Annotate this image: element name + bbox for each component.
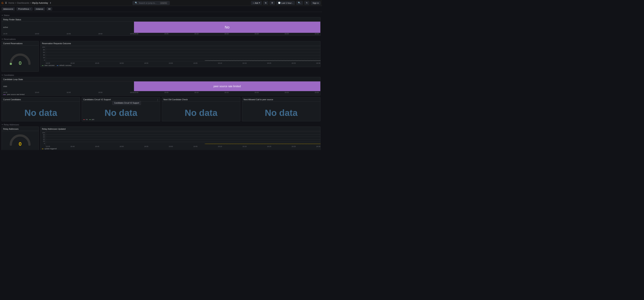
add-button[interactable]: + Add ▾ [251,1,262,5]
rgl1 [46,132,320,132]
y60: 60 [43,52,45,53]
refresh-button[interactable]: ↻ [304,1,309,5]
toolbar: datasource Prometheus ▾ instance All [0,6,322,12]
rt4: 18:50 [120,62,124,64]
candidate-loop-title: Candidate Loop State [2,77,320,82]
instance-filter[interactable]: instance [34,7,45,10]
share-icon[interactable]: ⬆ [50,2,52,4]
breadcrumb-current: l/bp2p Autorelay [32,2,48,4]
t4: 18:50 [98,33,102,35]
rgl5 [46,142,320,142]
circuit-v2-legend: no yes [83,118,94,120]
refresh-icon: ↻ [306,2,308,4]
ry20: 20 [43,140,45,142]
section-status[interactable]: Status [2,14,320,17]
next-old-nodata-text: No data [185,108,218,118]
section-candidates[interactable]: Candidates [2,73,320,77]
candidate-loop-content: state peer source rate limited [2,82,320,91]
gl1 [46,46,320,46]
search-placeholder: Search or jump to... [139,2,156,4]
y0: 0 [44,59,45,61]
breadcrumb-sep2: > [30,2,31,4]
reservation-requests-panel: Reservation Requests Outcome 100 80 60 4… [40,41,320,67]
clock-icon: 🕐 [278,2,281,4]
relay-status-value: No [225,25,230,30]
candidate-time-axis: 18:35 18:40 18:45 18:50 18:55 19:00 19:0… [2,91,320,93]
reservation-legend: new: success refresh: success [40,64,320,67]
legend-new-label: new: success [44,64,54,66]
relay-addresses-panel: Relay Addresses 0 [2,126,39,150]
clt9: 19:15 [224,92,229,93]
time-range-minus: - [292,2,293,4]
rgl3 [46,137,320,137]
relay-updated-chart: 18:35 18:40 18:45 18:50 18:55 19:00 19:0… [46,131,320,148]
ry60: 60 [43,136,45,138]
ry100: 100 [42,132,45,134]
tooltip-text: Candidates Circuit V2 Support [114,102,139,104]
relay-status-left: active [2,22,134,33]
rt1: 18:35 [46,62,50,64]
legend-refresh-label: refresh: success [59,64,72,66]
rt10: 19:20 [267,62,271,64]
legend-update-triggered: update triggered [42,148,57,150]
relay-addresses-row: Relay Addresses 0 Relay Addresses Update… [2,126,320,150]
relay-dotted-line [205,144,320,144]
zoom-out-button[interactable]: 🔍- [296,1,303,5]
prometheus-filter[interactable]: Prometheus ▾ [16,7,32,10]
all-label: All [48,8,50,10]
add-label: Add [254,2,258,4]
panel-menu-icon[interactable]: ⋮ [156,98,159,101]
all-filter[interactable]: All [46,7,52,10]
section-candidates-label: Candidates [4,74,14,76]
clt-left: 18:35 18:40 18:45 18:50 18:55 [3,92,134,93]
relay-addresses-gauge: 0 [2,131,38,148]
rt7: 19:05 [193,62,198,64]
t7: 19:05 [164,33,168,35]
relay-time-axis: 18:35 18:40 18:45 18:50 18:55 19:00 19:0… [2,33,320,35]
clt7: 19:05 [164,92,168,93]
legend-update-label: update triggered [44,148,57,150]
t12: 19:30 [314,33,319,35]
circuit-v2-tooltip: Candidates Circuit V2 Support [112,101,141,105]
t11: 19:25 [284,33,289,35]
legend-yes: yes [89,118,94,120]
section-reservations[interactable]: Reservations [2,37,320,41]
search-bar[interactable]: 🔍 Search or jump to... cmd+k [132,1,170,5]
breadcrumb-dashboards[interactable]: Dashboards [17,2,29,4]
rrat12: 19:30 [316,146,320,148]
legend-refresh-success: refresh: success [57,64,72,66]
rt8: 19:10 [218,62,222,64]
time-range-button[interactable]: 🕐 Last 1 hour - [276,1,295,5]
rt12: 19:30 [316,62,320,64]
t9: 19:15 [224,33,229,35]
current-candidates-nodata: No data [2,102,80,121]
clt6: 19:00 [134,92,138,93]
rrat6: 19:00 [169,146,173,148]
section-reservations-label: Reservations [4,38,16,40]
circuit-v2-nodata-text: No data [104,108,137,118]
t2: 18:40 [35,33,39,35]
relay-addresses-updated-title: Relay Addresses Updated [40,127,320,131]
candidate-state-value: peer source rate limited [214,85,241,88]
datasource-filter[interactable]: datasource [2,7,15,10]
relay-finder-content: active No [2,22,320,33]
prometheus-label: Prometheus [18,8,29,10]
t6: 19:00 [134,33,138,35]
copy-button[interactable]: ⧉ [263,1,268,5]
ry0: 0 [44,142,45,144]
signin-button[interactable]: Sign in [311,1,320,5]
clt10: 19:20 [254,92,259,93]
breadcrumb-home[interactable]: Home [8,2,14,4]
current-candidates-panel: Current Candidates No data [2,97,80,121]
hamburger-icon[interactable]: ☰ [5,2,7,4]
candidate-loop-left: state [2,82,134,91]
current-reservations-title: Current Reservations [2,41,38,46]
section-relay-addresses[interactable]: Relay Addresses [2,123,320,126]
legend-new-success: new: success [42,64,54,66]
legend-dot-yellow [42,149,44,149]
settings-button[interactable]: ⚙ [270,1,275,5]
clt12: 19:30 [314,92,319,93]
legend-dot-blue [57,66,58,66]
next-allowed-call-nodata: No data [242,102,320,121]
topbar-center: 🔍 Search or jump to... cmd+k [52,1,251,5]
